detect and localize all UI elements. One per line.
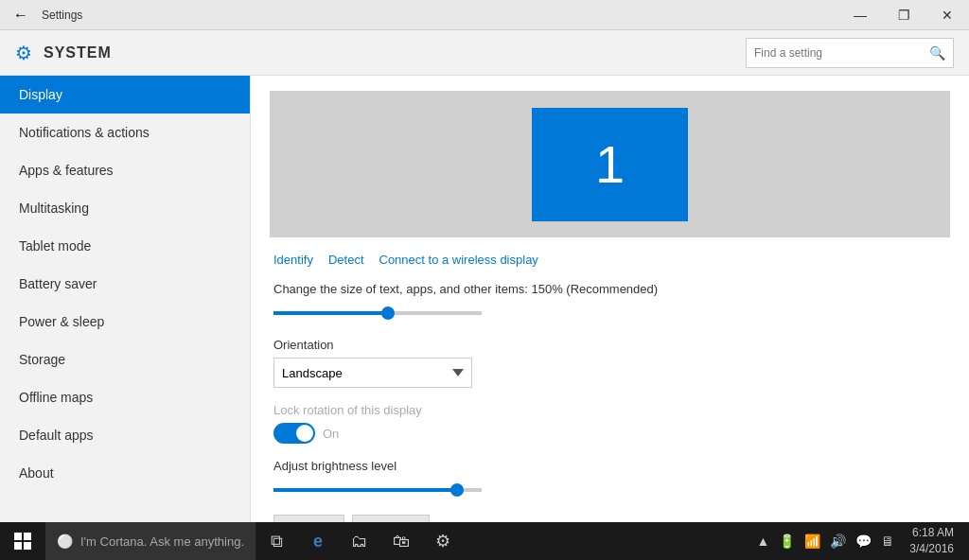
brightness-fill — [273, 488, 457, 492]
sidebar-label-notifications: Notifications & actions — [19, 125, 150, 140]
store-icon: 🛍 — [393, 532, 410, 551]
explorer-icon: 🗂 — [351, 532, 368, 551]
display-preview: 1 — [270, 91, 950, 237]
sidebar-item-default[interactable]: Default apps — [0, 416, 250, 454]
search-input[interactable] — [754, 46, 929, 60]
titlebar-controls: — ❐ ✕ — [838, 0, 969, 30]
sidebar-label-display: Display — [19, 87, 62, 102]
cortana-search-icon: ⚪ — [57, 534, 73, 549]
taskbar-search[interactable]: ⚪ I'm Cortana. Ask me anything. — [45, 522, 255, 560]
size-slider-container: Change the size of text, apps, and other… — [273, 282, 946, 323]
size-label: Change the size of text, apps, and other… — [273, 282, 946, 296]
apply-button[interactable]: Apply — [273, 515, 344, 522]
sidebar: Display Notifications & actions Apps & f… — [0, 76, 251, 522]
close-button[interactable]: ✕ — [925, 0, 969, 30]
titlebar: ← Settings — ❐ ✕ — [0, 0, 969, 30]
identify-link[interactable]: Identify — [273, 253, 313, 267]
taskbar-right: ▲ 🔋 📶 🔊 💬 🖥 6:18 AM 3/4/2016 — [752, 522, 969, 560]
explorer-button[interactable]: 🗂 — [339, 522, 380, 560]
sidebar-label-storage: Storage — [19, 352, 65, 367]
sidebar-item-about[interactable]: About — [0, 454, 250, 492]
search-icon: 🔍 — [929, 45, 945, 61]
sidebar-item-battery[interactable]: Battery saver — [0, 265, 250, 303]
back-button[interactable]: ← — [8, 2, 34, 28]
chevron-icon[interactable]: ▲ — [752, 534, 773, 549]
brightness-thumb[interactable] — [450, 483, 464, 497]
sidebar-label-battery: Battery saver — [19, 276, 97, 291]
taskbar-clock[interactable]: 6:18 AM 3/4/2016 — [902, 525, 961, 557]
sidebar-item-apps[interactable]: Apps & features — [0, 151, 250, 189]
monitor-number: 1 — [595, 133, 625, 195]
sidebar-item-multitasking[interactable]: Multitasking — [0, 189, 250, 227]
lock-rotation-section: Lock rotation of this display On — [273, 403, 946, 444]
taskbar-left: ⚪ I'm Cortana. Ask me anything. ⧉ e 🗂 🛍 … — [0, 522, 464, 560]
sidebar-item-storage[interactable]: Storage — [0, 341, 250, 378]
taskbar: ⚪ I'm Cortana. Ask me anything. ⧉ e 🗂 🛍 … — [0, 522, 969, 560]
settings-taskbar-icon: ⚙ — [435, 531, 450, 551]
settings-button[interactable]: ⚙ — [422, 522, 464, 560]
system-gear-icon: ⚙ — [15, 42, 32, 64]
toggle-knob — [296, 425, 313, 442]
sidebar-item-display[interactable]: Display — [0, 76, 250, 114]
sidebar-item-tablet[interactable]: Tablet mode — [0, 227, 250, 265]
task-view-button[interactable]: ⧉ — [255, 522, 297, 560]
svg-rect-3 — [24, 542, 31, 550]
message-icon[interactable]: 💬 — [852, 534, 875, 549]
sidebar-item-power[interactable]: Power & sleep — [0, 303, 250, 341]
edge-button[interactable]: e — [297, 522, 339, 560]
sidebar-label-about: About — [19, 465, 54, 481]
battery-icon[interactable]: 🔋 — [775, 534, 799, 549]
volume-icon[interactable]: 🔊 — [826, 534, 850, 549]
edge-icon: e — [313, 532, 323, 551]
size-fill — [273, 311, 388, 315]
tray-icons: ▲ 🔋 📶 🔊 💬 🖥 — [752, 534, 898, 549]
size-thumb[interactable] — [381, 306, 395, 320]
wireless-link[interactable]: Connect to a wireless display — [379, 253, 538, 267]
maximize-button[interactable]: ❐ — [882, 0, 925, 30]
sidebar-item-notifications[interactable]: Notifications & actions — [0, 114, 250, 151]
monitor-box: 1 — [532, 108, 688, 221]
svg-rect-0 — [14, 533, 22, 540]
sidebar-label-tablet: Tablet mode — [19, 238, 91, 254]
start-button[interactable] — [0, 522, 45, 560]
minimize-button[interactable]: — — [838, 0, 882, 30]
lock-toggle[interactable] — [273, 423, 315, 444]
sidebar-item-offline[interactable]: Offline maps — [0, 378, 250, 416]
sidebar-label-apps: Apps & features — [19, 163, 114, 178]
cortana-search-text: I'm Cortana. Ask me anything. — [80, 534, 244, 549]
content-area: 1 Identify Detect Connect to a wireless … — [251, 76, 969, 522]
cancel-button[interactable]: Cancel — [352, 515, 430, 522]
search-box[interactable]: 🔍 — [746, 38, 954, 68]
task-view-icon: ⧉ — [271, 532, 283, 551]
detect-link[interactable]: Detect — [328, 253, 364, 267]
app-title: SYSTEM — [44, 44, 112, 61]
orientation-select[interactable]: Landscape Portrait Landscape (flipped) P… — [273, 358, 472, 388]
orientation-section: Orientation Landscape Portrait Landscape… — [273, 338, 946, 388]
app-header: ⚙ SYSTEM 🔍 — [0, 30, 969, 76]
toggle-state-label: On — [323, 427, 339, 441]
minimize-icon: — — [854, 8, 867, 23]
sidebar-label-default: Default apps — [19, 428, 94, 443]
clock-date: 3/4/2016 — [909, 541, 954, 557]
svg-rect-1 — [24, 533, 31, 540]
maximize-icon: ❐ — [898, 8, 910, 23]
sidebar-label-power: Power & sleep — [19, 314, 104, 329]
network-icon[interactable]: 📶 — [801, 534, 824, 549]
store-button[interactable]: 🛍 — [380, 522, 422, 560]
titlebar-title: Settings — [42, 9, 82, 22]
main-layout: Display Notifications & actions Apps & f… — [0, 76, 969, 522]
header-left: ⚙ SYSTEM — [15, 42, 112, 64]
brightness-section: Adjust brightness level — [273, 459, 946, 499]
taskbar-apps: ⧉ e 🗂 🛍 ⚙ — [255, 522, 464, 560]
orientation-label: Orientation — [273, 338, 946, 352]
close-icon: ✕ — [942, 8, 953, 23]
sidebar-label-multitasking: Multitasking — [19, 201, 89, 216]
windows-icon — [14, 533, 31, 550]
display-icon[interactable]: 🖥 — [877, 534, 898, 549]
display-links: Identify Detect Connect to a wireless di… — [273, 253, 946, 267]
sidebar-label-offline: Offline maps — [19, 390, 93, 405]
titlebar-left: ← Settings — [8, 2, 82, 28]
brightness-label: Adjust brightness level — [273, 459, 946, 473]
back-icon: ← — [13, 7, 28, 24]
lock-label: Lock rotation of this display — [273, 403, 946, 417]
